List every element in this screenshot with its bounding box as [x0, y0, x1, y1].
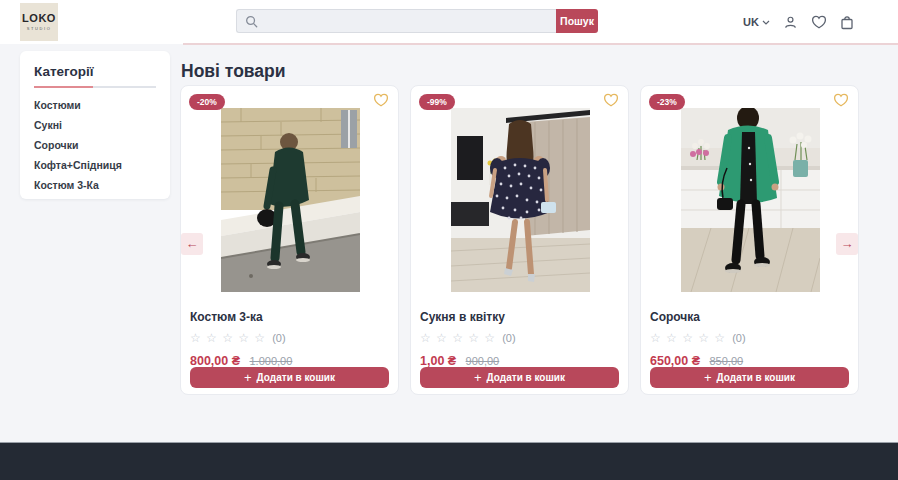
product-title[interactable]: Сорочка	[650, 310, 849, 324]
discount-badge: -20%	[189, 94, 225, 110]
rating-count: (0)	[732, 332, 745, 344]
add-to-cart-button[interactable]: + Додати в кошик	[420, 367, 619, 388]
add-to-cart-label: Додати в кошик	[257, 372, 335, 383]
product-card[interactable]: -99%	[410, 85, 629, 395]
wishlist-button[interactable]	[811, 15, 827, 29]
sidebar-item-kofta-spidnytsia[interactable]: Кофта+Спідниця	[34, 155, 156, 175]
account-button[interactable]	[783, 15, 798, 30]
shopping-bag-icon	[840, 15, 854, 30]
plus-icon: +	[474, 371, 482, 384]
plus-icon: +	[704, 371, 712, 384]
star-rating-icons: ☆ ☆ ☆ ☆ ☆	[420, 331, 496, 345]
old-price: 1.000,00	[250, 355, 293, 367]
product-card[interactable]: -23%	[640, 85, 859, 395]
categories-title: Категорії	[34, 64, 156, 79]
add-to-cart-button[interactable]: + Додати в кошик	[190, 367, 389, 388]
categories-list: Костюми Сукні Сорочки Кофта+Спідниця Кос…	[34, 95, 156, 195]
language-label: UK	[743, 16, 759, 28]
current-price: 1,00 ₴	[420, 354, 456, 368]
product-image[interactable]	[681, 108, 820, 292]
header-actions: UK	[743, 0, 854, 44]
header: LOKO STUDIO Пошук UK	[0, 0, 898, 44]
search-bar: Пошук	[236, 9, 598, 33]
product-rating: ☆ ☆ ☆ ☆ ☆ (0)	[650, 331, 849, 345]
cart-button[interactable]	[840, 15, 854, 30]
carousel-prev-button[interactable]: ←	[181, 233, 203, 255]
search-icon	[245, 15, 258, 28]
star-rating-icons: ☆ ☆ ☆ ☆ ☆	[650, 331, 726, 345]
product-card[interactable]: -20%	[180, 85, 399, 395]
product-rating: ☆ ☆ ☆ ☆ ☆ (0)	[420, 331, 619, 345]
product-title[interactable]: Сукня в квітку	[420, 310, 619, 324]
search-input[interactable]	[258, 15, 556, 27]
discount-badge: -99%	[419, 94, 455, 110]
product-info: Костюм 3-ка ☆ ☆ ☆ ☆ ☆ (0) 800,00 ₴ 1.000…	[190, 310, 389, 369]
sidebar-item-sorochky[interactable]: Сорочки	[34, 135, 156, 155]
person-icon	[783, 15, 798, 30]
discount-badge: -23%	[649, 94, 685, 110]
product-title[interactable]: Костюм 3-ка	[190, 310, 389, 324]
logo-subtitle: STUDIO	[27, 26, 52, 31]
add-to-cart-label: Додати в кошик	[717, 372, 795, 383]
old-price: 900,00	[466, 355, 500, 367]
product-info: Сорочка ☆ ☆ ☆ ☆ ☆ (0) 650,00 ₴ 850,00	[650, 310, 849, 369]
rating-count: (0)	[272, 332, 285, 344]
logo-title: LOKO	[22, 13, 56, 24]
rating-count: (0)	[502, 332, 515, 344]
plus-icon: +	[244, 371, 252, 384]
add-to-cart-label: Додати в кошик	[487, 372, 565, 383]
sidebar-item-sukni[interactable]: Сукні	[34, 115, 156, 135]
search-button[interactable]: Пошук	[556, 9, 598, 33]
favorite-heart-icon[interactable]	[373, 93, 389, 111]
chevron-down-icon	[762, 20, 770, 25]
header-accent-line	[183, 43, 898, 45]
language-selector[interactable]: UK	[743, 16, 770, 28]
star-rating-icons: ☆ ☆ ☆ ☆ ☆	[190, 331, 266, 345]
add-to-cart-button[interactable]: + Додати в кошик	[650, 367, 849, 388]
categories-divider	[34, 86, 156, 88]
current-price: 800,00 ₴	[190, 354, 240, 368]
sidebar-item-kostium-3ka[interactable]: Костюм 3-Ка	[34, 175, 156, 195]
page-title: Нові товари	[181, 61, 286, 82]
product-image[interactable]	[451, 108, 590, 292]
logo[interactable]: LOKO STUDIO	[20, 3, 58, 41]
old-price: 850,00	[710, 355, 744, 367]
product-carousel: -20%	[180, 85, 859, 395]
heart-icon	[811, 15, 827, 29]
footer	[0, 442, 898, 480]
sidebar-item-kostiumy[interactable]: Костюми	[34, 95, 156, 115]
categories-panel: Категорії Костюми Сукні Сорочки Кофта+Сп…	[20, 51, 170, 199]
favorite-heart-icon[interactable]	[833, 93, 849, 111]
search-input-wrap	[236, 9, 556, 33]
current-price: 650,00 ₴	[650, 354, 700, 368]
carousel-next-button[interactable]: →	[836, 233, 858, 255]
favorite-heart-icon[interactable]	[603, 93, 619, 111]
product-rating: ☆ ☆ ☆ ☆ ☆ (0)	[190, 331, 389, 345]
product-info: Сукня в квітку ☆ ☆ ☆ ☆ ☆ (0) 1,00 ₴ 900,…	[420, 310, 619, 369]
product-image[interactable]	[221, 108, 360, 292]
